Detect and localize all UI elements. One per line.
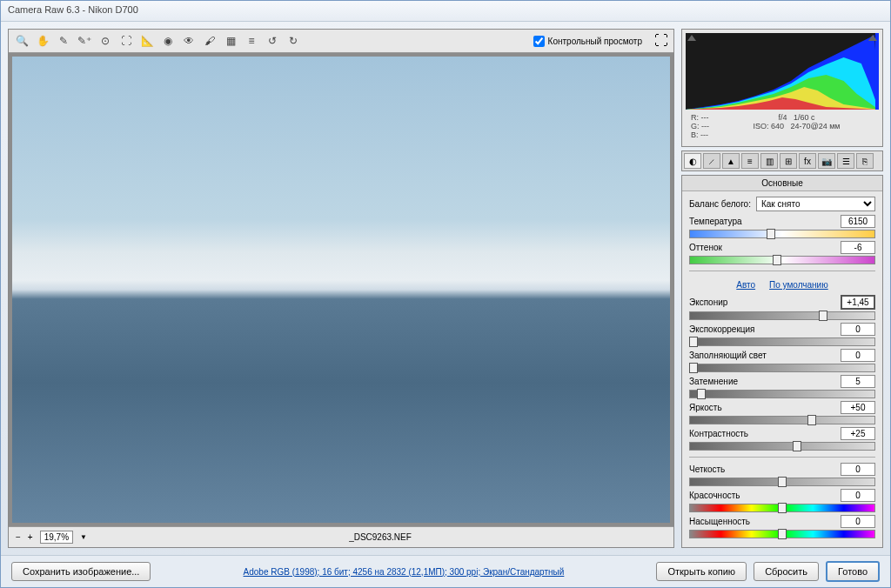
image-canvas[interactable] bbox=[12, 57, 670, 523]
saturation-value[interactable] bbox=[841, 515, 875, 528]
fill-light-label: Заполняющий свет bbox=[689, 351, 767, 360]
clarity-label: Четкость bbox=[689, 464, 725, 474]
exif-b: B: --- bbox=[691, 130, 709, 139]
preview-checkbox[interactable]: Контрольный просмотр bbox=[533, 36, 642, 47]
highlight-clip-warning-icon[interactable] bbox=[868, 35, 877, 41]
tint-slider[interactable] bbox=[689, 256, 875, 264]
filename-label: _DSC9263.NEF bbox=[349, 532, 412, 542]
histogram[interactable] bbox=[686, 33, 879, 110]
bottom-info-bar: − + 19,7% ▼ _DSC9263.NEF bbox=[9, 526, 673, 547]
blacks-label: Затемнение bbox=[689, 377, 738, 386]
tint-value[interactable] bbox=[841, 241, 875, 254]
fill-light-value[interactable] bbox=[841, 349, 875, 362]
clarity-slider[interactable] bbox=[689, 478, 875, 486]
tab-camera-cal-icon[interactable]: 📷 bbox=[818, 153, 835, 169]
workflow-options-link[interactable]: Adobe RGB (1998); 16 бит; 4256 на 2832 (… bbox=[157, 567, 649, 577]
contrast-value[interactable] bbox=[841, 427, 875, 440]
preview-checkbox-label: Контрольный просмотр bbox=[548, 37, 642, 46]
brightness-slider[interactable] bbox=[689, 416, 875, 424]
zoom-out-icon[interactable]: − bbox=[16, 532, 21, 542]
exif-iso: ISO: 640 bbox=[753, 122, 784, 130]
exposure-value[interactable] bbox=[841, 295, 875, 310]
recovery-label: Экспокоррекция bbox=[689, 324, 755, 334]
contrast-label: Контрастность bbox=[689, 429, 748, 438]
clarity-value[interactable] bbox=[841, 463, 875, 476]
adjustment-brush-icon[interactable]: 🖌 bbox=[202, 33, 218, 49]
vibrance-slider[interactable] bbox=[689, 504, 875, 512]
adjustment-tabs: ◐ ⟋ ▲ ≡ ▥ ⊞ fx 📷 ☰ ⎘ bbox=[681, 150, 883, 171]
main-toolbar: 🔍 ✋ ✎ ✎⁺ ⊙ ⛶ 📐 ◉ 👁 🖌 ▦ ≡ ↺ ↻ bbox=[9, 30, 673, 53]
fill-light-slider[interactable] bbox=[689, 364, 875, 372]
straighten-tool-icon[interactable]: 📐 bbox=[139, 33, 155, 49]
tab-snapshots-icon[interactable]: ⎘ bbox=[856, 153, 874, 169]
reset-button[interactable]: Сбросить bbox=[754, 562, 819, 581]
spot-removal-icon[interactable]: ◉ bbox=[160, 33, 176, 49]
open-copy-button[interactable]: Открыть копию bbox=[656, 562, 747, 581]
tab-lenscorr-icon[interactable]: ⊞ bbox=[780, 153, 797, 169]
exif-g: G: --- bbox=[691, 122, 709, 130]
tint-label: Оттенок bbox=[689, 243, 722, 252]
image-preview-area[interactable] bbox=[9, 53, 673, 526]
auto-link[interactable]: Авто bbox=[736, 280, 755, 290]
exposure-slider[interactable] bbox=[689, 311, 875, 320]
rotate-cw-icon[interactable]: ↻ bbox=[285, 33, 301, 49]
tab-detail-icon[interactable]: ▲ bbox=[722, 153, 740, 169]
tab-presets-icon[interactable]: ☰ bbox=[837, 153, 854, 169]
exif-r: R: --- bbox=[691, 113, 709, 122]
tab-tonecurve-icon[interactable]: ⟋ bbox=[703, 153, 720, 169]
blacks-slider[interactable] bbox=[689, 390, 875, 398]
tab-effects-icon[interactable]: fx bbox=[799, 153, 816, 169]
exif-lens: 24-70@24 мм bbox=[791, 122, 841, 130]
exposure-label: Экспонир bbox=[689, 297, 727, 307]
crop-tool-icon[interactable]: ⛶ bbox=[118, 33, 134, 49]
preview-checkbox-input[interactable] bbox=[533, 36, 545, 47]
color-sampler-icon[interactable]: ✎⁺ bbox=[77, 33, 92, 49]
preferences-icon[interactable]: ≡ bbox=[244, 33, 259, 49]
tab-splittone-icon[interactable]: ▥ bbox=[760, 153, 778, 169]
saturation-label: Насыщенность bbox=[689, 517, 750, 526]
fullscreen-toggle-icon[interactable]: ⛶ bbox=[654, 33, 668, 49]
tab-hsl-icon[interactable]: ≡ bbox=[741, 153, 759, 169]
rotate-ccw-icon[interactable]: ↺ bbox=[265, 33, 280, 49]
brightness-value[interactable] bbox=[841, 401, 875, 414]
vibrance-value[interactable] bbox=[841, 489, 875, 502]
done-button[interactable]: Готово bbox=[826, 561, 880, 582]
blacks-value[interactable] bbox=[841, 375, 875, 388]
svg-rect-0 bbox=[875, 33, 879, 110]
graduated-filter-icon[interactable]: ▦ bbox=[223, 33, 238, 49]
zoom-level[interactable]: 19,7% bbox=[40, 531, 73, 544]
brightness-label: Яркость bbox=[689, 403, 722, 412]
recovery-slider[interactable] bbox=[689, 337, 875, 346]
tab-basic-icon[interactable]: ◐ bbox=[684, 153, 701, 169]
targeted-adjust-icon[interactable]: ⊙ bbox=[97, 33, 113, 49]
panel-title: Основные bbox=[682, 176, 882, 191]
save-image-button[interactable]: Сохранить изображение... bbox=[11, 562, 151, 581]
window-titlebar: Camera Raw 6.3 - Nikon D700 bbox=[1, 1, 890, 22]
wb-eyedropper-icon[interactable]: ✎ bbox=[56, 33, 71, 49]
zoom-in-icon[interactable]: + bbox=[28, 532, 33, 542]
vibrance-label: Красочность bbox=[689, 491, 740, 500]
exif-shutter: 1/60 с bbox=[794, 113, 815, 122]
exif-aperture: f/4 bbox=[778, 113, 787, 122]
recovery-value[interactable] bbox=[841, 323, 875, 336]
histogram-panel: R: --- G: --- B: --- f/4 1/60 с ISO: 640… bbox=[681, 29, 883, 147]
contrast-slider[interactable] bbox=[689, 442, 875, 451]
hand-tool-icon[interactable]: ✋ bbox=[35, 33, 50, 49]
default-link[interactable]: По умолчанию bbox=[769, 280, 828, 290]
wb-label: Баланс белого: bbox=[689, 199, 751, 209]
temperature-slider[interactable] bbox=[689, 230, 875, 238]
temperature-label: Температура bbox=[689, 217, 742, 226]
zoom-tool-icon[interactable]: 🔍 bbox=[14, 33, 30, 49]
temperature-value[interactable] bbox=[841, 215, 875, 228]
shadow-clip-warning-icon[interactable] bbox=[687, 35, 696, 41]
wb-dropdown[interactable]: Как снято bbox=[756, 197, 875, 211]
saturation-slider[interactable] bbox=[689, 530, 875, 538]
redeye-tool-icon[interactable]: 👁 bbox=[181, 33, 197, 49]
